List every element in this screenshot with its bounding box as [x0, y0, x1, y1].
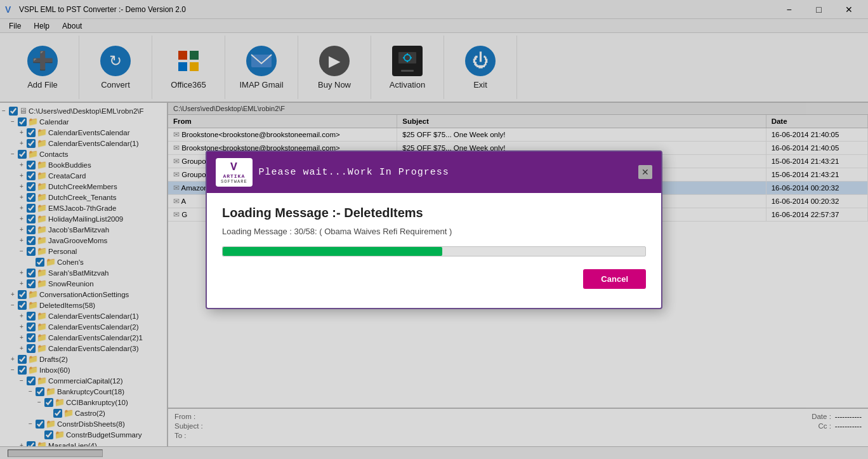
vartika-logo: V ARTIKA SOFTWARE — [216, 158, 253, 187]
modal-header-left: V ARTIKA SOFTWARE Please wait...Work In … — [216, 158, 449, 187]
modal-title: Loading Message :- DeletedItems — [222, 206, 646, 220]
cancel-button[interactable]: Cancel — [583, 269, 646, 289]
vartika-name: ARTIKA — [223, 173, 245, 179]
vartika-v-letter: V — [230, 161, 238, 173]
modal-overlay: V ARTIKA SOFTWARE Please wait...Work In … — [0, 0, 868, 459]
modal-subtitle: Loading Message : 30/58: ( Obama Waives … — [222, 227, 646, 236]
progress-bar-fill — [223, 247, 442, 256]
modal-close-button[interactable]: ✕ — [638, 165, 652, 179]
modal-footer: Cancel — [222, 269, 646, 295]
progress-bar-background — [222, 246, 646, 256]
progress-modal: V ARTIKA SOFTWARE Please wait...Work In … — [206, 150, 662, 309]
modal-header: V ARTIKA SOFTWARE Please wait...Work In … — [207, 152, 661, 193]
modal-header-text: Please wait...Work In Progress — [259, 167, 449, 178]
vartika-sub: SOFTWARE — [221, 179, 247, 184]
modal-body: Loading Message :- DeletedItems Loading … — [207, 193, 661, 308]
